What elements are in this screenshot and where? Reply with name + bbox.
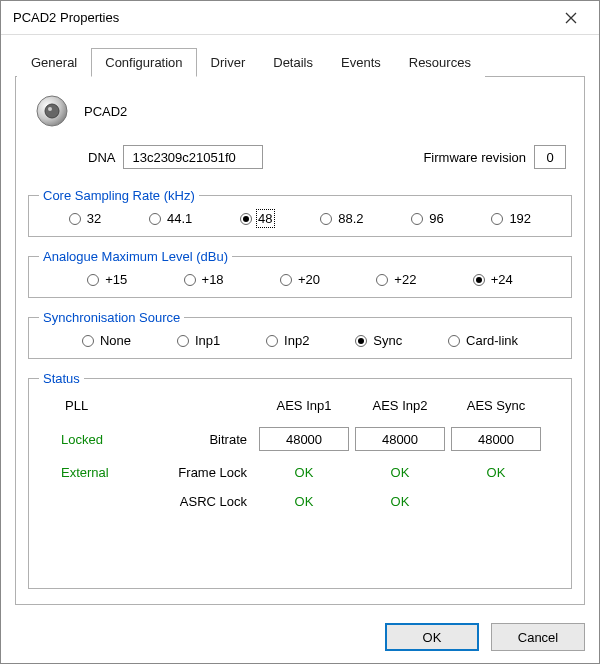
radio-rate-96[interactable]: 96 [411, 211, 443, 226]
tab-driver[interactable]: Driver [197, 48, 260, 77]
properties-dialog: PCAD2 Properties General Configuration D… [0, 0, 600, 664]
close-icon[interactable] [551, 4, 591, 32]
radio-sync-none[interactable]: None [82, 333, 131, 348]
ok-button[interactable]: OK [385, 623, 479, 651]
titlebar: PCAD2 Properties [1, 1, 599, 35]
legend-max-level: Analogue Maximum Level (dBu) [39, 249, 232, 264]
radio-level-20[interactable]: +20 [280, 272, 320, 287]
legend-sync-source: Synchronisation Source [39, 310, 184, 325]
status-header-inp2: AES Inp2 [355, 398, 445, 413]
firmware-value: 0 [534, 145, 566, 169]
row-label-framelock: Frame Lock [153, 465, 253, 480]
radio-sync-inp2[interactable]: Inp2 [266, 333, 309, 348]
dna-value: 13c2309c21051f0 [123, 145, 263, 169]
device-name: PCAD2 [84, 104, 127, 119]
svg-point-1 [45, 104, 59, 118]
status-header-pll: PLL [47, 398, 147, 413]
group-sync-source: Synchronisation Source None Inp1 Inp2 Sy… [28, 310, 572, 359]
framelock-sync: OK [451, 465, 541, 480]
radio-rate-32[interactable]: 32 [69, 211, 101, 226]
tab-general[interactable]: General [17, 48, 91, 77]
svg-point-2 [48, 107, 52, 111]
radio-level-15[interactable]: +15 [87, 272, 127, 287]
group-sampling-rate: Core Sampling Rate (kHz) 32 44.1 48 88.2… [28, 188, 572, 237]
device-header: PCAD2 [34, 93, 572, 129]
status-header-sync: AES Sync [451, 398, 541, 413]
dna-label: DNA [88, 150, 115, 165]
asrclock-inp1: OK [259, 494, 349, 509]
firmware-label: Firmware revision [423, 150, 526, 165]
radio-sync-inp1[interactable]: Inp1 [177, 333, 220, 348]
pll-status-external: External [47, 465, 147, 480]
device-info-row: DNA 13c2309c21051f0 Firmware revision 0 [88, 145, 566, 169]
legend-status: Status [39, 371, 84, 386]
status-header-inp1: AES Inp1 [259, 398, 349, 413]
speaker-icon [34, 93, 70, 129]
radio-sync-cardlink[interactable]: Card-link [448, 333, 518, 348]
radio-level-18[interactable]: +18 [184, 272, 224, 287]
bitrate-inp1: 48000 [259, 427, 349, 451]
radio-level-24[interactable]: +24 [473, 272, 513, 287]
radio-sync-sync[interactable]: Sync [355, 333, 402, 348]
group-status: Status PLL AES Inp1 AES Inp2 AES Sync Lo… [28, 371, 572, 589]
radio-rate-192[interactable]: 192 [491, 211, 531, 226]
tab-configuration[interactable]: Configuration [91, 48, 196, 77]
tab-strip: General Configuration Driver Details Eve… [15, 47, 585, 77]
bitrate-inp2: 48000 [355, 427, 445, 451]
tab-events[interactable]: Events [327, 48, 395, 77]
radio-rate-44-1[interactable]: 44.1 [149, 211, 192, 226]
group-max-level: Analogue Maximum Level (dBu) +15 +18 +20… [28, 249, 572, 298]
framelock-inp1: OK [259, 465, 349, 480]
tab-details[interactable]: Details [259, 48, 327, 77]
framelock-inp2: OK [355, 465, 445, 480]
radio-rate-48[interactable]: 48 [240, 211, 272, 226]
row-label-bitrate: Bitrate [153, 432, 253, 447]
radio-rate-88-2[interactable]: 88.2 [320, 211, 363, 226]
dialog-buttons: OK Cancel [1, 613, 599, 663]
row-label-asrclock: ASRC Lock [153, 494, 253, 509]
asrclock-inp2: OK [355, 494, 445, 509]
bitrate-sync: 48000 [451, 427, 541, 451]
radio-level-22[interactable]: +22 [376, 272, 416, 287]
content-area: General Configuration Driver Details Eve… [1, 35, 599, 613]
tab-resources[interactable]: Resources [395, 48, 485, 77]
cancel-button[interactable]: Cancel [491, 623, 585, 651]
configuration-panel: PCAD2 DNA 13c2309c21051f0 Firmware revis… [15, 77, 585, 605]
legend-sampling-rate: Core Sampling Rate (kHz) [39, 188, 199, 203]
window-title: PCAD2 Properties [13, 10, 551, 25]
pll-status-locked: Locked [47, 432, 147, 447]
